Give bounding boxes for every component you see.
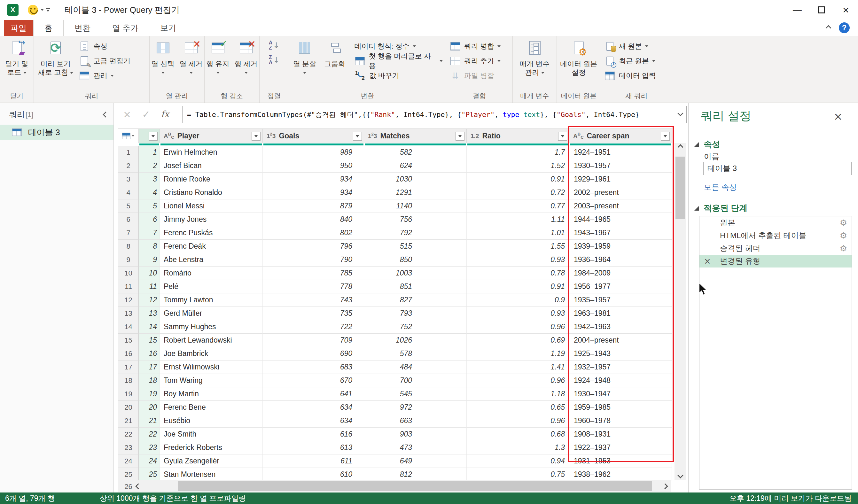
cell-matches[interactable]: 624 [364, 159, 467, 173]
maximize-button[interactable] [809, 0, 834, 20]
manage-button[interactable]: 관리 [77, 69, 132, 82]
cell-goals[interactable]: 796 [263, 240, 364, 253]
filter-button[interactable] [149, 132, 158, 141]
close-and-load-button[interactable]: ↪▰ 닫기 및 로드 [1, 38, 32, 78]
column-header-ratio[interactable]: 1.2Ratio [467, 129, 569, 143]
cell-goals[interactable]: 634 [263, 401, 364, 414]
column-header-player[interactable]: ABCPlayer [160, 129, 263, 143]
cell-goals[interactable]: 683 [263, 360, 364, 374]
cell-ratio[interactable]: 1.41 [467, 360, 569, 374]
scroll-left-arrow[interactable] [132, 484, 144, 488]
cell-ratio[interactable]: 1.11 [467, 213, 569, 226]
cell-rank[interactable]: 11 [139, 280, 160, 293]
cell-ratio[interactable]: 1.01 [467, 226, 569, 240]
scroll-right-arrow[interactable] [658, 484, 671, 488]
select-all-corner[interactable] [118, 129, 139, 143]
cell-goals[interactable]: 735 [263, 307, 364, 320]
vertical-scrollbar[interactable] [674, 143, 686, 480]
cell-ratio[interactable]: 0.91 [467, 280, 569, 293]
cell-span[interactable]: 2004–present [569, 334, 672, 347]
cell-player[interactable]: Cristiano Ronaldo [160, 186, 263, 199]
cell-matches[interactable]: 663 [364, 414, 467, 428]
cell-player[interactable]: Frederick Roberts [160, 441, 263, 454]
cell-rank[interactable]: 17 [139, 360, 160, 374]
cell-goals[interactable]: 802 [263, 226, 364, 240]
cell-player[interactable]: Eusébio [160, 414, 263, 428]
column-header-span[interactable]: ABCCareer span [569, 129, 672, 143]
cell-goals[interactable]: 934 [263, 173, 364, 186]
cell-player[interactable]: Gyula Zsengellér [160, 454, 263, 468]
cell-player[interactable]: Tommy Lawton [160, 293, 263, 307]
cell-goals[interactable]: 709 [263, 334, 364, 347]
vertical-scrollbar-thumb[interactable] [676, 157, 685, 219]
collapse-sidebar-icon[interactable] [102, 112, 108, 117]
sidebar-item-table3[interactable]: 테이블 3 [0, 125, 113, 140]
enter-data-button[interactable]: 데이터 입력 [602, 69, 658, 82]
quick-access-toolbar-dropdown[interactable] [46, 8, 50, 12]
gear-icon[interactable]: ⚙ [840, 231, 847, 240]
cell-player[interactable]: Stan Mortensen [160, 468, 263, 481]
cell-span[interactable]: 1931–1953 [569, 454, 672, 468]
column-header-rank[interactable] [139, 129, 160, 143]
cell-matches[interactable]: 582 [364, 146, 467, 159]
cell-rank[interactable]: 8 [139, 240, 160, 253]
applied-steps-section-header[interactable]: 적용된 단계 [694, 202, 747, 214]
all-properties-link[interactable]: 모든 속성 [704, 182, 737, 192]
cell-rank[interactable]: 6 [139, 213, 160, 226]
cell-ratio[interactable]: 1.3 [467, 441, 569, 454]
cell-matches[interactable]: 1291 [364, 186, 467, 199]
cell-matches[interactable]: 756 [364, 213, 467, 226]
cell-goals[interactable]: 950 [263, 159, 364, 173]
cell-ratio[interactable]: 0.72 [467, 186, 569, 199]
group-by-button[interactable]: 그룹화 [320, 38, 350, 69]
cell-rank[interactable]: 14 [139, 320, 160, 334]
cell-span[interactable]: 1960–1978 [569, 414, 672, 428]
cell-span[interactable]: 1924–1951 [569, 146, 672, 159]
cell-span[interactable]: 1932–1957 [569, 360, 672, 374]
step-changed-type[interactable]: × 변경된 유형 [699, 255, 852, 267]
cell-span[interactable]: 2002–present [569, 186, 672, 199]
panel-close-icon[interactable]: × [834, 110, 843, 123]
cell-matches[interactable]: 827 [364, 293, 467, 307]
horizontal-scrollbar[interactable] [132, 481, 671, 492]
manage-parameters-button[interactable]: 매개 변수 관리 [514, 38, 555, 78]
cell-span[interactable]: 1984–2009 [569, 266, 672, 280]
cell-goals[interactable]: 641 [263, 387, 364, 401]
cell-span[interactable]: 1925–1943 [569, 347, 672, 360]
tab-file[interactable]: 파일 [4, 20, 33, 36]
cell-span[interactable]: 1942–1963 [569, 320, 672, 334]
cell-ratio[interactable]: 0.68 [467, 428, 569, 441]
cell-rank[interactable]: 12 [139, 293, 160, 307]
cell-rank[interactable]: 24 [139, 454, 160, 468]
cell-goals[interactable]: 840 [263, 213, 364, 226]
close-button[interactable]: × [834, 0, 858, 20]
remove-columns-button[interactable]: × 열 제거 [177, 38, 205, 78]
cell-matches[interactable]: 484 [364, 360, 467, 374]
cell-player[interactable]: Tom Waring [160, 374, 263, 387]
cell-matches[interactable]: 545 [364, 387, 467, 401]
cell-player[interactable]: Robert Lewandowski [160, 334, 263, 347]
cell-rank[interactable]: 3 [139, 173, 160, 186]
cell-player[interactable]: Abe Lenstra [160, 253, 263, 266]
merge-queries-button[interactable]: 쿼리 병합 [447, 39, 503, 53]
cell-rank[interactable]: 10 [139, 266, 160, 280]
filter-button[interactable] [252, 132, 260, 141]
cell-matches[interactable]: 700 [364, 374, 467, 387]
properties-section-header[interactable]: 속성 [694, 139, 720, 150]
cell-rank[interactable]: 15 [139, 334, 160, 347]
cell-span[interactable]: 1938–1962 [569, 468, 672, 481]
advanced-editor-button[interactable]: ✎ 고급 편집기 [77, 54, 132, 68]
cell-matches[interactable]: 1140 [364, 199, 467, 213]
cell-player[interactable]: Joe Bambrick [160, 347, 263, 360]
cell-ratio[interactable]: 0.77 [467, 199, 569, 213]
cell-player[interactable]: Ronnie Rooke [160, 173, 263, 186]
cell-span[interactable]: 1944–1965 [569, 213, 672, 226]
cell-span[interactable]: 1939–1959 [569, 240, 672, 253]
cell-player[interactable]: Ferenc Deák [160, 240, 263, 253]
replace-values-button[interactable]: 12 값 바꾸기 [353, 69, 445, 82]
cell-matches[interactable]: 1026 [364, 334, 467, 347]
cell-matches[interactable]: 1003 [364, 266, 467, 280]
cell-span[interactable]: 2003–present [569, 199, 672, 213]
cell-ratio[interactable]: 0.93 [467, 307, 569, 320]
formula-expand-icon[interactable] [678, 110, 683, 116]
